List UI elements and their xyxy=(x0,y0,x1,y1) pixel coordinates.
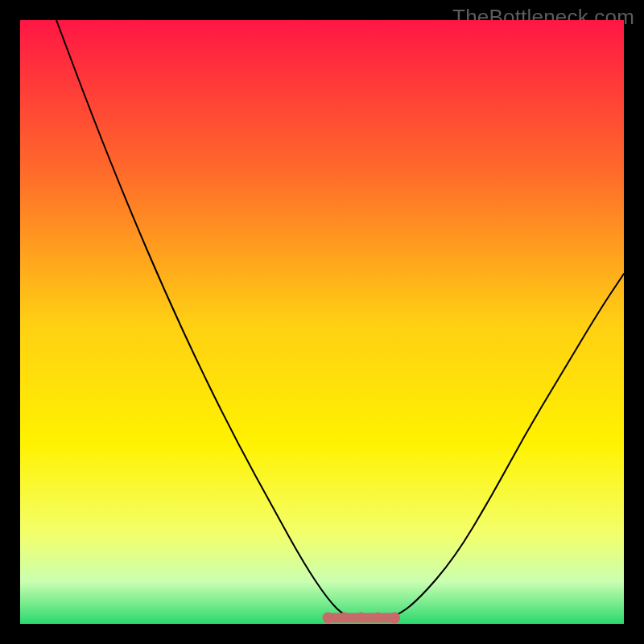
chart-frame: TheBottleneck.com xyxy=(0,0,644,644)
gradient-background xyxy=(20,20,624,624)
flat-region-marker xyxy=(323,613,401,624)
bottleneck-plot xyxy=(20,20,624,624)
svg-point-1 xyxy=(389,613,400,624)
svg-point-0 xyxy=(323,613,334,624)
svg-point-3 xyxy=(357,613,365,621)
svg-point-2 xyxy=(341,613,349,621)
svg-point-4 xyxy=(374,613,382,621)
